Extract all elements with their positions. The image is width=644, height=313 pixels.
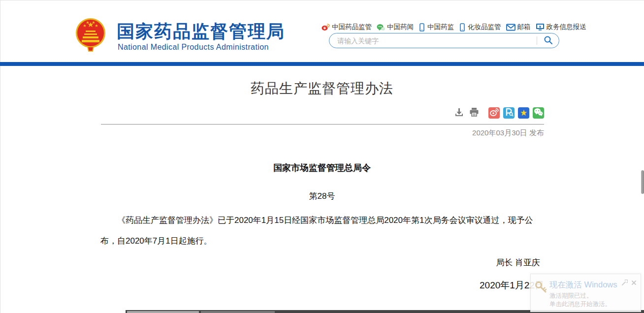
article-paragraph: 《药品生产监督管理办法》已于2020年1月15日经国家市场监督管理总局2020年… (100, 210, 544, 251)
windows-activation-toast[interactable]: 现在激活 Windows 激活期限已过。 单击此消息开始激活。 (530, 274, 641, 312)
quicklink-gov-report[interactable]: 政务信息报送 (536, 23, 586, 31)
p-search-share-icon (504, 107, 514, 119)
share-toolbar: ★ (453, 107, 544, 119)
title-divider (101, 124, 544, 125)
quicklink-label: 中国药闻 (387, 23, 414, 31)
search-button[interactable] (537, 33, 559, 48)
wechat-icon (377, 24, 385, 31)
national-emblem-icon (75, 18, 106, 53)
mobile-phone-icon (419, 23, 425, 31)
quicklink-label: 中国药监 (427, 23, 454, 31)
quicklink-app-cosmetics[interactable]: 化妆品监管 (459, 23, 501, 31)
publish-date: 2020年03月30日 发布 (472, 128, 544, 138)
monitor-icon (536, 23, 545, 31)
share-weibo-button[interactable] (488, 107, 500, 119)
search-box (329, 33, 559, 48)
taskbar-segment (201, 311, 275, 313)
mobile-phone-icon (459, 23, 466, 31)
quicklink-label: 中国药品监管 (332, 23, 372, 31)
key-icon (534, 281, 547, 296)
magnifier-icon (544, 35, 553, 46)
signature-line: 局长 肖亚庆 (496, 257, 540, 268)
page: 国家药品监督管理局 National Medical Products Admi… (0, 0, 644, 313)
quicklink-label: 政务信息报送 (547, 23, 586, 31)
print-button[interactable] (468, 107, 480, 119)
share-search-button[interactable] (503, 107, 515, 119)
site-title-en: National Medical Products Administration (118, 43, 269, 52)
wrench-icon[interactable] (621, 279, 628, 288)
quick-links: 中国药品监管 中国药闻 (322, 22, 586, 32)
download-button[interactable] (453, 107, 465, 119)
quicklink-weibo[interactable]: 中国药品监管 (322, 23, 372, 31)
mail-icon (506, 24, 515, 31)
print-icon (469, 107, 480, 119)
article-title: 药品生产监督管理办法 (0, 79, 644, 98)
header-divider-bar (0, 62, 644, 66)
sina-weibo-share-icon (489, 107, 499, 119)
search-input[interactable] (329, 37, 537, 45)
weibo-icon (322, 23, 330, 31)
close-icon[interactable] (631, 279, 637, 287)
toast-message: 单击此消息开始激活。 (549, 300, 611, 309)
download-icon (454, 107, 464, 119)
site-title: 国家药品监督管理局 (117, 20, 285, 44)
share-qzone-button[interactable]: ★ (518, 107, 529, 119)
decree-header: 国家市场监督管理总局令 (0, 162, 644, 174)
quicklink-label: 邮箱 (517, 23, 531, 31)
wechat-share-icon (533, 107, 544, 119)
quicklink-mail[interactable]: 邮箱 (506, 23, 531, 31)
quicklink-wechat[interactable]: 中国药闻 (377, 23, 414, 31)
quicklink-app-yaojian[interactable]: 中国药监 (419, 23, 454, 31)
scrollbar-thumb[interactable] (641, 170, 644, 194)
toast-title: 现在激活 Windows (549, 280, 617, 290)
taskbar-segment (127, 311, 199, 313)
toast-message: 激活期限已过。 (549, 292, 593, 300)
qzone-share-icon: ★ (520, 109, 527, 117)
quicklink-label: 化妆品监管 (468, 23, 501, 31)
decree-number: 第28号 (0, 190, 644, 202)
share-wechat-button[interactable] (533, 107, 544, 119)
